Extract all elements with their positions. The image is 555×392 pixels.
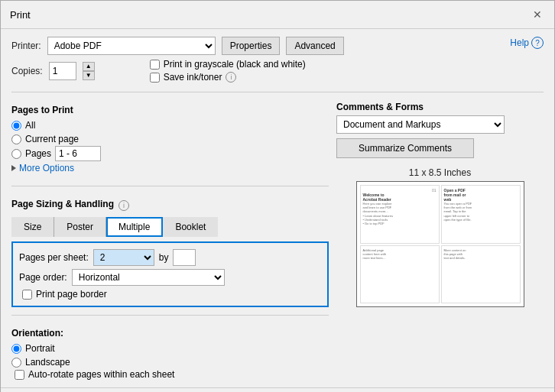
save-ink-checkbox[interactable] bbox=[150, 73, 160, 83]
orientation-title: Orientation: bbox=[11, 328, 329, 339]
pages-per-sheet-select[interactable]: 2 4 6 9 16 bbox=[93, 249, 154, 266]
pages-per-sheet-row: Pages per sheet: 2 4 6 9 16 by bbox=[19, 249, 321, 266]
page-order-select[interactable]: Horizontal Vertical Horizontal Reversed … bbox=[72, 269, 225, 286]
print-border-label: Print page border bbox=[36, 289, 107, 300]
save-ink-info-icon: i bbox=[226, 72, 236, 83]
grayscale-row: Print in grayscale (black and white) bbox=[150, 59, 306, 70]
comments-section: Comments & Forms Document and Markups Do… bbox=[336, 102, 544, 158]
advanced-button[interactable]: Advanced bbox=[286, 37, 343, 55]
help-icon: ? bbox=[531, 37, 544, 49]
multiple-button[interactable]: Multiple bbox=[106, 217, 163, 237]
by-input[interactable] bbox=[173, 249, 196, 266]
printer-row: Printer: Adobe PDF Properties Advanced bbox=[11, 37, 344, 55]
preview-area: 11 x 8.5 Inches 01 Welcome toAcrobat Rea… bbox=[336, 167, 544, 307]
preview-page-3: Additional pagecontent here withmore tex… bbox=[360, 245, 440, 304]
main-content: Pages to Print All Current page Pages bbox=[11, 102, 544, 380]
more-options-triangle-icon bbox=[11, 165, 16, 171]
preview-page-2-content: You can open a PDFfrom the web or fromem… bbox=[444, 202, 518, 222]
preview-page-1: 01 Welcome toAcrobat Reader Here you can… bbox=[360, 185, 440, 244]
current-label: Current page bbox=[25, 134, 79, 144]
print-dialog: Print ✕ Printer: Adobe PDF Properties Ad… bbox=[0, 0, 555, 392]
portrait-radio[interactable] bbox=[11, 344, 21, 354]
save-ink-row: Save ink/toner i bbox=[150, 72, 306, 83]
preview-page-2: Open a PDFfrom mail orweb You can open a… bbox=[441, 185, 521, 244]
left-panel: Pages to Print All Current page Pages bbox=[11, 102, 329, 380]
dialog-buttons: Print Cancel bbox=[1, 387, 554, 392]
preview-page-2-title: Open a PDFfrom mail orweb bbox=[444, 188, 518, 202]
by-label: by bbox=[159, 252, 169, 263]
close-button[interactable]: ✕ bbox=[530, 7, 545, 22]
dialog-body: Printer: Adobe PDF Properties Advanced C… bbox=[1, 29, 554, 387]
size-button[interactable]: Size bbox=[11, 217, 54, 237]
all-label: All bbox=[25, 120, 35, 131]
booklet-button[interactable]: Booklet bbox=[163, 217, 218, 237]
poster-button[interactable]: Poster bbox=[54, 217, 106, 237]
print-border-checkbox[interactable] bbox=[22, 290, 32, 300]
pages-radio[interactable] bbox=[11, 149, 21, 159]
preview-page-3-content: Additional pagecontent here withmore tex… bbox=[363, 248, 437, 261]
copies-down-button[interactable]: ▼ bbox=[83, 71, 95, 80]
right-panel: Comments & Forms Document and Markups Do… bbox=[329, 102, 544, 380]
properties-button[interactable]: Properties bbox=[222, 37, 281, 55]
save-ink-label: Save ink/toner bbox=[164, 72, 222, 83]
sizing-info-icon: i bbox=[118, 200, 129, 211]
copies-spinner: ▲ ▼ bbox=[83, 62, 95, 80]
separator-2 bbox=[11, 186, 329, 186]
copies-up-button[interactable]: ▲ bbox=[83, 62, 95, 71]
help-label: Help bbox=[510, 37, 529, 48]
preview-page-1-title: Welcome toAcrobat Reader bbox=[363, 193, 437, 202]
multiple-section: Pages per sheet: 2 4 6 9 16 by bbox=[11, 241, 329, 307]
auto-rotate-label: Auto-rotate pages within each sheet bbox=[28, 369, 174, 380]
printer-label: Printer: bbox=[11, 40, 41, 51]
auto-rotate-row: Auto-rotate pages within each sheet bbox=[15, 369, 329, 380]
portrait-row: Portrait bbox=[11, 342, 329, 355]
sizing-title: Page Sizing & Handling bbox=[11, 199, 114, 209]
sizing-buttons-row: Size Poster Multiple Booklet bbox=[11, 217, 329, 237]
preview-box: 01 Welcome toAcrobat Reader Here you can… bbox=[356, 181, 524, 307]
printer-select[interactable]: Adobe PDF bbox=[47, 37, 216, 55]
copies-input[interactable] bbox=[49, 62, 76, 80]
page-order-label: Page order: bbox=[19, 272, 67, 283]
orientation-section: Orientation: Portrait Landscape Auto-rot… bbox=[11, 328, 329, 380]
auto-rotate-checkbox[interactable] bbox=[15, 370, 24, 380]
page-order-row: Page order: Horizontal Vertical Horizont… bbox=[19, 269, 321, 286]
sizing-section: Page Sizing & Handling i Size Poster Mul… bbox=[11, 199, 329, 307]
portrait-label: Portrait bbox=[25, 343, 55, 354]
landscape-radio[interactable] bbox=[11, 358, 21, 368]
print-border-row: Print page border bbox=[22, 289, 321, 300]
pages-radio-row: Pages bbox=[11, 146, 329, 161]
comments-title: Comments & Forms bbox=[336, 102, 544, 112]
more-options-label: More Options bbox=[19, 163, 74, 173]
help-link[interactable]: Help ? bbox=[510, 37, 544, 49]
preview-page-1-content: Here you can exploreand learn to use PDF… bbox=[363, 202, 437, 225]
pages-section: Pages to Print All Current page Pages bbox=[11, 102, 329, 178]
more-options[interactable]: More Options bbox=[11, 161, 329, 175]
pages-per-sheet-label: Pages per sheet: bbox=[19, 252, 89, 263]
dialog-title: Print bbox=[10, 9, 31, 21]
current-radio-row: Current page bbox=[11, 132, 329, 146]
preview-page-4: More content onthis page withtext and de… bbox=[441, 245, 521, 304]
landscape-label: Landscape bbox=[25, 357, 70, 368]
copies-row: Copies: ▲ ▼ Print in grayscale (black an… bbox=[11, 59, 344, 83]
grayscale-label: Print in grayscale (black and white) bbox=[164, 59, 306, 70]
pages-section-title: Pages to Print bbox=[11, 105, 329, 115]
landscape-row: Landscape bbox=[11, 355, 329, 369]
pages-label: Pages bbox=[25, 148, 51, 159]
separator-3 bbox=[11, 315, 329, 316]
current-radio[interactable] bbox=[11, 134, 21, 144]
pages-range-input[interactable] bbox=[55, 146, 101, 161]
copies-label: Copies: bbox=[11, 66, 43, 76]
comments-select-row: Document and Markups Document Form field… bbox=[336, 115, 544, 134]
preview-size-label: 11 x 8.5 Inches bbox=[409, 167, 471, 178]
title-bar: Print ✕ bbox=[1, 1, 554, 29]
separator-1 bbox=[11, 92, 544, 92]
grayscale-checkbox[interactable] bbox=[150, 60, 160, 70]
summarize-comments-button[interactable]: Summarize Comments bbox=[336, 138, 474, 158]
comments-select[interactable]: Document and Markups Document Form field… bbox=[336, 115, 505, 134]
all-radio[interactable] bbox=[11, 121, 21, 131]
all-radio-row: All bbox=[11, 118, 329, 132]
sizing-header: Page Sizing & Handling i bbox=[11, 199, 329, 212]
preview-page-4-content: More content onthis page withtext and de… bbox=[444, 248, 518, 261]
